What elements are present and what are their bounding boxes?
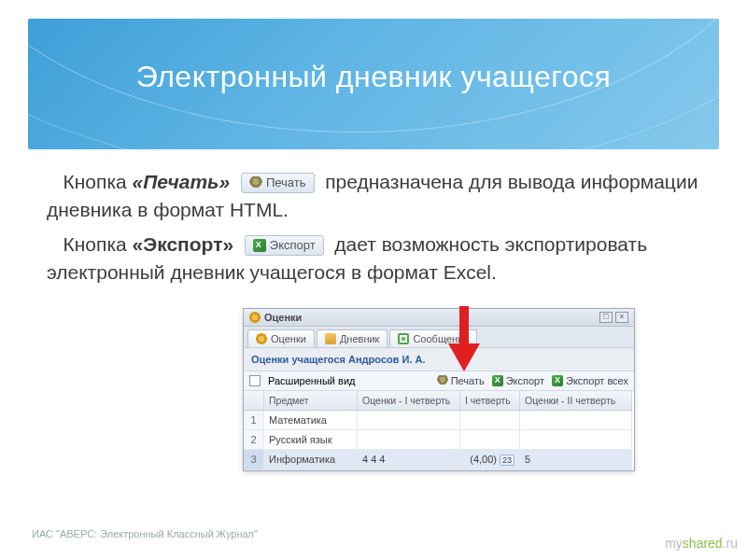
grid-header: Предмет Оценки - I четверть I четверть О… <box>244 391 634 411</box>
extended-view-label: Расширенный вид <box>268 375 355 386</box>
excel-icon <box>492 375 503 386</box>
window-title: Оценки <box>264 312 302 323</box>
bold-print: «Печать» <box>133 171 231 192</box>
inline-export-button: Экспорт <box>245 235 324 256</box>
star-icon <box>256 333 267 344</box>
printer-icon <box>437 375 448 386</box>
print-button[interactable]: Печать <box>437 375 485 386</box>
window-icon <box>249 312 261 323</box>
grades-grid: Предмет Оценки - I четверть I четверть О… <box>244 391 634 470</box>
paragraph-print: Кнопка «Печать» Печать предназначена для… <box>47 168 710 225</box>
tab-grades[interactable]: Оценки <box>247 329 315 347</box>
title-band: Электронный дневник учащегося <box>28 19 719 149</box>
count-badge: 23 <box>500 455 514 466</box>
printer-icon <box>249 176 262 189</box>
window-titlebar: Оценки □ × <box>244 309 634 327</box>
slide-body: Кнопка «Печать» Печать предназначена для… <box>28 149 719 287</box>
tab-row: Оценки Дневник Сообщения <box>244 327 634 348</box>
inline-print-button: Печать <box>241 173 315 193</box>
red-arrow-icon <box>448 306 480 371</box>
book-icon <box>325 333 336 344</box>
footer-source: ИАС "АВЕРС: Электронный Классный Журнал" <box>32 528 258 539</box>
col-grades-q1[interactable]: Оценки - I четверть <box>358 391 460 411</box>
grades-window: Оценки □ × Оценки Дневник Сообщения Оцен… <box>243 308 635 471</box>
bold-export: «Экспорт» <box>133 233 234 255</box>
slide-title: Электронный дневник учащегося <box>28 60 719 94</box>
close-button[interactable]: × <box>615 312 628 323</box>
maximize-button[interactable]: □ <box>599 312 613 323</box>
extended-view-checkbox[interactable] <box>249 375 261 386</box>
grades-toolbar: Расширенный вид Печать Экспорт Экспорт в… <box>244 371 634 391</box>
refresh-icon <box>398 333 409 344</box>
table-row[interactable]: 1 Математика <box>244 411 634 430</box>
student-label: Оценки учащегося Андросов И. А. <box>244 348 634 371</box>
export-button[interactable]: Экспорт <box>492 375 544 386</box>
tab-diary[interactable]: Дневник <box>317 329 388 347</box>
table-row[interactable]: 3 Информатика 4 4 4 (4,00)23 5 <box>244 450 634 470</box>
col-q1[interactable]: I четверть <box>460 391 520 411</box>
excel-icon <box>552 375 563 386</box>
col-subject[interactable]: Предмет <box>264 391 358 411</box>
export-all-button[interactable]: Экспорт всех <box>552 375 628 386</box>
excel-icon <box>253 239 266 252</box>
paragraph-export: Кнопка «Экспорт» Экспорт дает возможност… <box>47 231 710 287</box>
footer-watermark: myshared.ru <box>665 536 738 551</box>
table-row[interactable]: 2 Русский язык <box>244 430 634 450</box>
col-grades-q2[interactable]: Оценки - II четверть <box>520 391 632 411</box>
